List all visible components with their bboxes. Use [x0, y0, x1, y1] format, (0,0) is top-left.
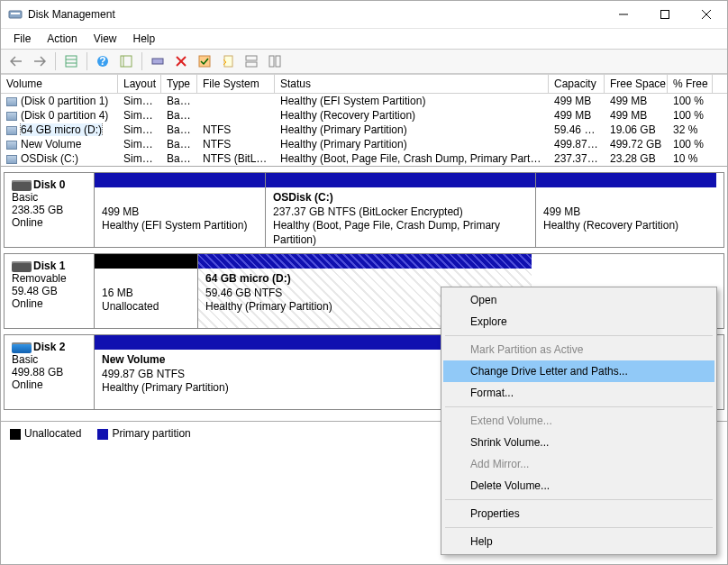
svg-rect-6 [66, 56, 77, 67]
col-freespace[interactable]: Free Space [605, 75, 668, 93]
partition-body: 499 MBHealthy (EFI System Partition) [95, 187, 265, 247]
col-capacity[interactable]: Capacity [549, 75, 605, 93]
partition-body: 16 MBUnallocated [95, 269, 197, 328]
legend-primary: Primary partition [112, 427, 190, 440]
volume-icon [6, 97, 17, 106]
new-button[interactable] [218, 51, 238, 71]
disk-icon [12, 261, 32, 272]
app-icon [8, 7, 23, 22]
view-list-button[interactable] [61, 51, 81, 71]
maximize-button[interactable] [644, 1, 686, 28]
minimize-button[interactable] [603, 1, 644, 28]
volume-icon [6, 112, 17, 121]
svg-rect-18 [246, 56, 257, 60]
disk-row: Disk 0Basic238.35 GBOnline 499 MBHealthy… [4, 172, 724, 248]
partition-header [536, 173, 716, 187]
cm-mark-active: Mark Partition as Active [443, 339, 714, 360]
svg-rect-3 [661, 11, 669, 19]
disk-icon [12, 180, 32, 191]
col-filesystem[interactable]: File System [197, 75, 275, 93]
volume-icon [6, 126, 17, 135]
legend-unallocated: Unallocated [24, 427, 81, 440]
disk-icon [12, 342, 32, 353]
svg-rect-11 [121, 56, 132, 67]
partition-header [266, 173, 535, 187]
menu-file[interactable]: File [6, 31, 38, 47]
partition-body: 499 MBHealthy (Recovery Partition) [536, 187, 716, 247]
volume-row[interactable]: (Disk 0 partition 1)SimpleBasicHealthy (… [1, 94, 727, 108]
help-button[interactable]: ? [93, 51, 113, 71]
svg-rect-21 [276, 56, 280, 67]
settings-button[interactable] [116, 51, 136, 71]
menubar: File Action View Help [1, 29, 727, 49]
close-button[interactable] [686, 1, 727, 28]
col-type[interactable]: Type [161, 75, 197, 93]
menu-help[interactable]: Help [126, 31, 163, 47]
partition[interactable]: 16 MBUnallocated [95, 254, 198, 328]
check-button[interactable] [195, 51, 214, 71]
partition[interactable]: OSDisk (C:)237.37 GB NTFS (BitLocker Enc… [266, 173, 536, 247]
partition-button[interactable] [148, 51, 168, 71]
svg-text:?: ? [99, 55, 105, 68]
window-title: Disk Management [28, 8, 603, 21]
partition-header [198, 254, 532, 269]
partition[interactable]: 499 MBHealthy (EFI System Partition) [95, 173, 266, 247]
volume-row[interactable]: New VolumeSimpleBasicNTFSHealthy (Primar… [1, 137, 727, 151]
menu-view[interactable]: View [86, 31, 124, 47]
toolbar: ? [1, 49, 727, 74]
cm-explore[interactable]: Explore [443, 311, 714, 333]
col-pctfree[interactable]: % Free [668, 75, 713, 93]
cm-properties[interactable]: Properties [443, 503, 714, 524]
volume-row[interactable]: 64 GB micro (D:)SimpleBasicNTFSHealthy (… [1, 123, 727, 137]
volume-icon [6, 155, 17, 164]
partition-body: OSDisk (C:)237.37 GB NTFS (BitLocker Enc… [266, 187, 535, 247]
volume-row[interactable]: OSDisk (C:)SimpleBasicNTFS (BitLo...Heal… [1, 151, 727, 166]
svg-rect-1 [11, 13, 20, 14]
forward-button[interactable] [30, 51, 50, 71]
cm-delete[interactable]: Delete Volume... [443, 475, 714, 497]
volume-row[interactable]: (Disk 0 partition 4)SimpleBasicHealthy (… [1, 108, 727, 123]
split-button[interactable] [265, 51, 285, 71]
svg-rect-20 [269, 56, 274, 67]
col-layout[interactable]: Layout [118, 75, 161, 93]
layout-button[interactable] [241, 51, 261, 71]
menu-action[interactable]: Action [40, 31, 84, 47]
titlebar: Disk Management [1, 1, 727, 29]
list-header: Volume Layout Type File System Status Ca… [1, 74, 727, 94]
cm-mirror: Add Mirror... [443, 453, 714, 475]
cm-open[interactable]: Open [443, 289, 714, 311]
partition-header [95, 254, 197, 269]
partition[interactable]: 499 MBHealthy (Recovery Partition) [536, 173, 716, 247]
col-volume[interactable]: Volume [1, 75, 118, 93]
cm-help[interactable]: Help [443, 531, 714, 552]
back-button[interactable] [6, 51, 26, 71]
cm-change-letter[interactable]: Change Drive Letter and Paths... [443, 360, 714, 382]
disk-info: Disk 0Basic238.35 GBOnline [5, 173, 95, 247]
cm-format[interactable]: Format... [443, 382, 714, 404]
svg-rect-16 [199, 56, 210, 67]
volume-icon [6, 141, 17, 150]
volume-list: Volume Layout Type File System Status Ca… [1, 74, 727, 167]
legend-swatch-primary [97, 429, 108, 440]
context-menu: Open Explore Mark Partition as Active Ch… [441, 287, 717, 555]
cm-extend: Extend Volume... [443, 410, 714, 432]
delete-button[interactable] [171, 51, 191, 71]
partition-header [95, 173, 265, 187]
legend-swatch-unallocated [10, 429, 21, 440]
svg-rect-19 [246, 62, 257, 67]
disk-info: Disk 2Basic499.88 GBOnline [5, 335, 95, 409]
col-status[interactable]: Status [275, 75, 549, 93]
svg-rect-13 [152, 59, 163, 64]
disk-info: Disk 1Removable59.48 GBOnline [5, 254, 95, 328]
cm-shrink[interactable]: Shrink Volume... [443, 432, 714, 453]
